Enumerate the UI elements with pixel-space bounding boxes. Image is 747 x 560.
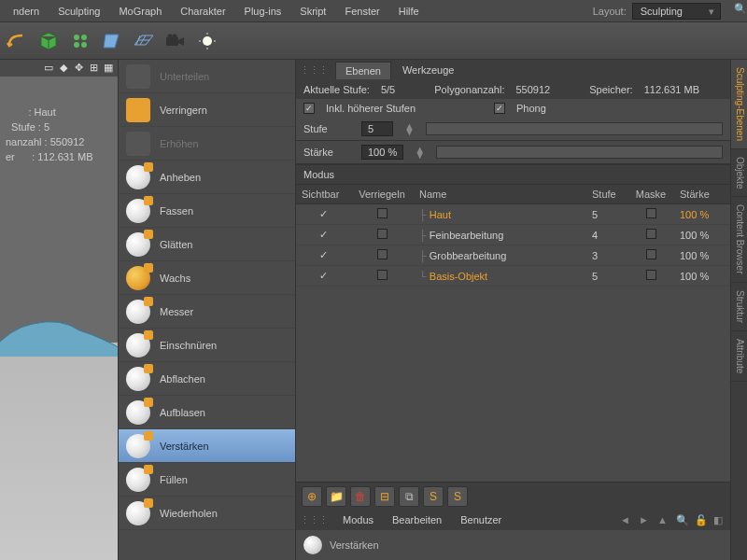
layer-row[interactable]: ✓├Haut5100 % [296, 204, 730, 225]
nav-back-icon[interactable]: ◄ [620, 514, 635, 525]
tool-cube-icon[interactable] [35, 28, 62, 54]
strength-field[interactable]: 100 % [361, 145, 403, 160]
tab-ebenen[interactable]: Ebenen [335, 62, 391, 79]
search-icon[interactable]: 🔍 [725, 3, 743, 20]
viewport-mini-icons[interactable]: ▭◆✥⊞▦ [0, 60, 118, 77]
menu-item[interactable]: MoGraph [109, 6, 171, 17]
brush-messer[interactable]: Messer [119, 295, 295, 329]
tool-camera-icon[interactable] [162, 28, 189, 54]
side-tab-content[interactable]: Content Browser [731, 197, 747, 282]
tool-undo-icon[interactable] [4, 28, 30, 54]
side-tab-objekte[interactable]: Objekte [731, 149, 747, 197]
svg-point-0 [74, 35, 79, 40]
side-tab-attribute[interactable]: Attribute [731, 331, 747, 382]
tab-bearbeiten[interactable]: Bearbeiten [383, 511, 451, 528]
menu-item[interactable]: ndern [4, 6, 49, 17]
layer-s1-icon[interactable]: S [423, 486, 444, 507]
tool-floor-icon[interactable] [131, 28, 157, 54]
nav-fwd-icon[interactable]: ► [639, 514, 654, 525]
lock-checkbox[interactable] [377, 208, 388, 218]
viewport[interactable]: : Haut Stufe : 5 nanzahl : 550912 er : 1… [0, 77, 118, 560]
brush-einschnüren[interactable]: Einschnüren [119, 329, 295, 362]
brush-icon [126, 232, 150, 257]
brush-label: Verstärken [160, 441, 209, 452]
spinner-icon[interactable]: ▲▼ [415, 147, 425, 158]
side-tab-strip: Sculpting-Ebenen Objekte Content Browser… [730, 60, 747, 560]
copy-icon[interactable]: ⧉ [399, 486, 419, 507]
mask-checkbox[interactable] [646, 229, 656, 239]
brush-fassen[interactable]: Fassen [119, 194, 295, 228]
checkbox-phong[interactable]: ✓ [494, 103, 505, 114]
brush-wachs[interactable]: Wachs [119, 261, 295, 295]
svg-point-9 [173, 34, 177, 38]
visible-checkbox[interactable]: ✓ [319, 270, 328, 281]
add-layer-icon[interactable]: ⊕ [302, 486, 322, 507]
visible-checkbox[interactable]: ✓ [319, 208, 328, 219]
grip-icon[interactable]: ⋮⋮⋮ [300, 514, 328, 526]
viewport-panel: ▭◆✥⊞▦ : Haut Stufe : 5 nanzahl : 550912 … [0, 60, 119, 560]
menu-icon[interactable]: ◧ [713, 514, 728, 526]
layer-strength: 100 % [674, 267, 730, 286]
tool-light-icon[interactable] [194, 28, 220, 54]
layout-dropdown[interactable]: Sculpting [632, 3, 721, 20]
side-tab-sculpting[interactable]: Sculpting-Ebenen [731, 60, 747, 149]
menu-item[interactable]: Sculpting [49, 6, 109, 17]
stufe-field[interactable]: 5 [361, 121, 393, 136]
layer-action-icon[interactable]: ⊟ [374, 486, 395, 507]
attribute-tabs: ⋮⋮⋮ Modus Bearbeiten Benutzer ◄ ► ▲ 🔍 🔓 … [296, 510, 730, 530]
menu-item[interactable]: Hilfe [389, 6, 429, 17]
folder-icon[interactable]: 📁 [326, 486, 346, 507]
brush-verringern[interactable]: Verringern [119, 93, 295, 127]
tab-benutzer[interactable]: Benutzer [451, 511, 511, 528]
visible-checkbox[interactable]: ✓ [319, 249, 328, 260]
layer-level: 5 [586, 205, 627, 224]
grip-icon[interactable]: ⋮⋮⋮ [300, 64, 328, 77]
tab-modus[interactable]: Modus [333, 511, 383, 528]
visible-checkbox[interactable]: ✓ [319, 229, 328, 240]
side-tab-struktur[interactable]: Struktur [731, 283, 747, 331]
brush-verstärken[interactable]: Verstärken [119, 429, 295, 463]
brush-icon [126, 300, 150, 324]
layer-row[interactable]: ✓├Feinbearbeitung4100 % [296, 225, 730, 245]
lock-checkbox[interactable] [377, 229, 388, 239]
nav-up-icon[interactable]: ▲ [657, 514, 672, 525]
svg-point-10 [203, 36, 212, 46]
menu-item[interactable]: Skript [290, 6, 335, 17]
lock-icon[interactable]: 🔓 [695, 514, 710, 526]
checkbox-incl[interactable]: ✓ [303, 103, 315, 114]
brush-abflachen[interactable]: Abflachen [119, 362, 295, 396]
brush-erhöhen[interactable]: Erhöhen [119, 127, 295, 161]
menu-item[interactable]: Charakter [171, 6, 234, 17]
brush-glätten[interactable]: Glätten [119, 228, 295, 261]
layer-row[interactable]: ✓├Grobbearbeitung3100 % [296, 245, 730, 266]
menu-item[interactable]: Plug-ins [235, 6, 291, 17]
strength-slider[interactable] [436, 146, 723, 159]
layer-level: 4 [586, 226, 627, 245]
layer-name: Haut [430, 209, 451, 220]
menu-item[interactable]: Fenster [335, 6, 388, 17]
spinner-icon[interactable]: ▲▼ [404, 123, 415, 134]
tab-werkzeuge[interactable]: Werkzeuge [393, 62, 463, 78]
tool-deformer-icon[interactable] [99, 28, 125, 54]
brush-aufblasen[interactable]: Aufblasen [119, 396, 295, 429]
tool-array-icon[interactable] [67, 28, 93, 54]
brush-unterteilen[interactable]: Unterteilen [119, 60, 295, 93]
brush-label: Abflachen [160, 373, 205, 385]
brush-icon [126, 199, 150, 223]
delete-icon[interactable]: 🗑 [350, 486, 371, 507]
mask-checkbox[interactable] [646, 208, 656, 218]
stufe-slider[interactable] [426, 122, 723, 135]
lock-checkbox[interactable] [377, 270, 388, 280]
layer-name: Grobbearbeitung [430, 250, 507, 261]
layer-s2-icon[interactable]: S [447, 486, 468, 507]
brush-anheben[interactable]: Anheben [119, 161, 295, 194]
search-icon[interactable]: 🔍 [676, 514, 691, 526]
mask-checkbox[interactable] [646, 249, 656, 259]
mask-checkbox[interactable] [646, 270, 656, 280]
brush-label: Wiederholen [160, 508, 218, 519]
layer-row[interactable]: ✓└Basis-Objekt5100 % [296, 266, 730, 287]
brush-palette: UnterteilenVerringernErhöhenAnhebenFasse… [119, 60, 296, 560]
brush-wiederholen[interactable]: Wiederholen [119, 497, 295, 530]
lock-checkbox[interactable] [377, 249, 388, 259]
brush-füllen[interactable]: Füllen [119, 463, 295, 497]
